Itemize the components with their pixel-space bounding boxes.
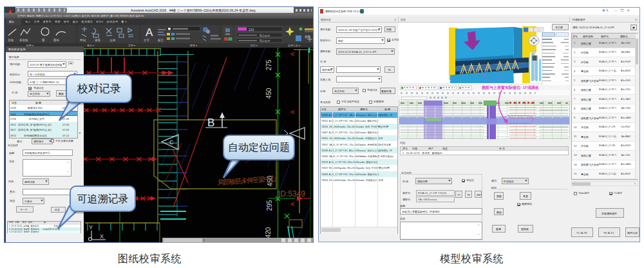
svg-text:直线: 直线	[8, 39, 14, 42]
svg-text:圆弧: 圆弧	[53, 39, 60, 42]
svg-text:295: 295	[266, 200, 273, 211]
svg-text:275: 275	[265, 59, 272, 70]
svg-text:B: B	[207, 117, 214, 129]
svg-text:210: 210	[249, 28, 254, 32]
svg-text:A: A	[289, 202, 296, 206]
svg-text:文字: 文字	[144, 39, 150, 42]
svg-text:450: 450	[265, 88, 272, 99]
svg-text:C: C	[169, 139, 174, 146]
svg-text:修剪: 修剪	[95, 39, 101, 43]
svg-text:A: A	[146, 26, 153, 39]
svg-text:Y: Y	[89, 224, 93, 231]
svg-text:圆: 圆	[42, 39, 45, 42]
svg-text:复制: 复制	[80, 39, 86, 42]
svg-text:A: A	[289, 52, 296, 56]
svg-text:X: X	[100, 233, 104, 240]
svg-text:标注: 标注	[157, 39, 164, 43]
svg-text:ByLayer: ByLayer	[260, 34, 270, 37]
svg-text:420: 420	[265, 227, 272, 238]
svg-text:多段线: 多段线	[19, 39, 28, 42]
svg-text:ByLayer: ByLayer	[260, 39, 270, 43]
svg-text:ID:5349: ID:5349	[278, 189, 305, 198]
svg-text:A: A	[289, 110, 296, 114]
svg-text:拉伸: 拉伸	[109, 39, 116, 42]
